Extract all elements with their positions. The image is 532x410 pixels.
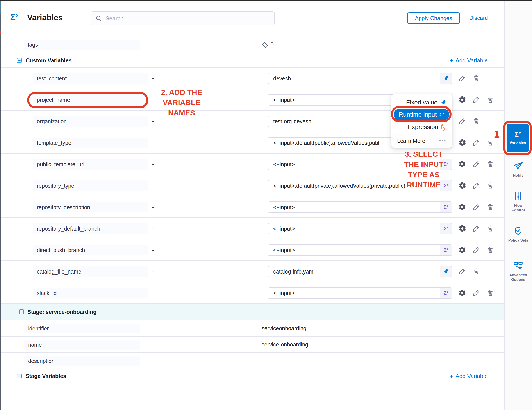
settings-icon[interactable] <box>458 203 466 211</box>
edit-icon[interactable] <box>458 117 466 125</box>
settings-icon[interactable] <box>458 139 466 146</box>
variable-name: direct_push_branch <box>33 245 148 255</box>
sidebar-item-policy-sets[interactable]: Policy Sets <box>504 226 532 243</box>
stage-variables-section-label: Stage Variables <box>26 373 66 379</box>
settings-icon[interactable] <box>458 225 466 232</box>
menu-item-fixed-value[interactable]: Fixed value <box>391 97 452 108</box>
value-type-toggle[interactable]: Σx <box>440 73 452 84</box>
custom-variables-section-label: Custom Variables <box>26 57 72 64</box>
search-input[interactable] <box>105 15 268 22</box>
sigma-x-icon: Σx <box>439 111 444 118</box>
sigma-x-icon: Σx <box>515 131 521 138</box>
variable-value-input[interactable]: <+input> <box>267 223 452 234</box>
variable-value-input[interactable]: <+input> <box>267 159 452 170</box>
search-icon <box>95 15 102 22</box>
value-type-toggle[interactable]: Σx <box>440 245 452 255</box>
stage-section-label: Stage: service-onboarding <box>28 309 96 315</box>
discard-button[interactable]: Discard <box>469 15 488 21</box>
value-type-toggle[interactable]: Σx <box>440 181 452 191</box>
plus-icon: + <box>450 373 454 380</box>
variable-value-input[interactable]: <+input> <box>267 245 452 256</box>
sigma-x-icon: Σx <box>444 204 448 210</box>
tags-label: tags <box>24 40 140 50</box>
add-variable-button[interactable]: + Add Variable <box>450 373 488 380</box>
variable-type: - <box>152 225 154 232</box>
settings-icon[interactable] <box>458 289 466 297</box>
variable-value-input[interactable]: devesh <box>267 73 452 84</box>
pin-icon <box>440 99 447 106</box>
delete-icon[interactable] <box>486 96 494 104</box>
variable-row: catalog_file_name - catalog-info.yaml Σx <box>1 261 504 282</box>
delete-icon[interactable] <box>486 289 494 297</box>
delete-icon[interactable] <box>486 160 494 168</box>
add-variable-button[interactable]: + Add Variable <box>450 57 488 64</box>
collapse-minus-icon[interactable] <box>19 310 24 314</box>
search-box[interactable] <box>91 11 275 25</box>
variable-value-input[interactable]: <+input> <box>267 287 452 299</box>
variable-type: - <box>152 118 154 125</box>
stage-property-label: name <box>24 340 140 350</box>
value-type-toggle[interactable]: Σx <box>440 159 452 170</box>
collapse-minus-icon[interactable] <box>17 374 22 378</box>
variable-value-input[interactable]: <+input> <box>267 201 452 213</box>
fx-icon: f(x) <box>441 124 447 130</box>
sidebar-item-advanced-options[interactable]: Advanced Options <box>504 261 532 282</box>
stage-property-label: identifier <box>24 324 140 333</box>
pin-icon <box>443 75 449 82</box>
settings-icon[interactable] <box>458 182 466 190</box>
variable-row: direct_push_branch - <+input> Σx <box>1 239 504 261</box>
edit-icon[interactable] <box>472 289 480 297</box>
sigma-x-icon: Σx <box>444 290 448 296</box>
page-title: Variables <box>27 13 63 22</box>
variable-value-input[interactable]: catalog-info.yaml <box>267 266 452 277</box>
delete-icon[interactable] <box>486 246 494 254</box>
variable-type: - <box>152 182 154 189</box>
menu-item-runtime-input[interactable]: Runtime input Σx <box>394 109 449 120</box>
value-type-toggle[interactable]: Σx <box>440 288 452 298</box>
menu-item-expression[interactable]: Expression f(x) <box>391 121 452 133</box>
delete-icon[interactable] <box>486 182 494 190</box>
edit-icon[interactable] <box>458 74 466 82</box>
value-type-toggle[interactable]: Σx <box>440 202 452 212</box>
variable-name: organization <box>33 116 148 127</box>
delete-icon[interactable] <box>486 203 494 211</box>
edit-icon[interactable] <box>472 139 480 146</box>
sigma-x-icon: Σx <box>444 226 448 232</box>
delete-icon[interactable] <box>472 117 480 125</box>
stage-property-value: serviceonboarding <box>262 325 306 332</box>
edit-icon[interactable] <box>472 182 480 190</box>
collapse-minus-icon[interactable] <box>17 58 22 63</box>
edit-icon[interactable] <box>472 96 480 104</box>
stage-property-row: name service-onboarding <box>1 337 504 353</box>
variable-value-input[interactable]: <+input>.default(private).allowedValues(… <box>267 180 452 191</box>
window-top-bar <box>0 0 532 1</box>
sidebar-item-flow-control[interactable]: Flow Control <box>504 191 532 212</box>
value-type-toggle[interactable]: Σx <box>440 266 452 277</box>
settings-icon[interactable] <box>458 160 466 168</box>
pipeline-gear-icon <box>513 261 523 271</box>
delete-icon[interactable] <box>486 225 494 232</box>
settings-icon[interactable] <box>458 246 466 254</box>
variable-name: repositoty_description <box>33 202 148 212</box>
settings-icon[interactable] <box>458 96 466 104</box>
stage-property-value: service-onboarding <box>262 341 308 348</box>
sidebar-item-notify[interactable]: Notify <box>504 161 532 178</box>
delete-icon[interactable] <box>486 139 494 146</box>
delete-icon[interactable] <box>472 74 480 82</box>
menu-item-learn-more[interactable]: Learn More ••• <box>391 134 452 148</box>
edit-icon[interactable] <box>458 267 466 275</box>
edit-icon[interactable] <box>472 225 480 232</box>
edit-icon[interactable] <box>472 246 480 254</box>
variable-type: - <box>152 161 154 168</box>
plus-icon: + <box>450 57 454 64</box>
value-type-toggle[interactable]: Σx <box>440 223 452 234</box>
edit-icon[interactable] <box>472 160 480 168</box>
variable-type: - <box>152 75 154 82</box>
variable-row: public_template_url - <+input> Σx <box>1 154 504 175</box>
sigma-x-icon: Σx <box>444 247 448 253</box>
collapsed-nav-edge <box>0 1 1 410</box>
sidebar-item-variables[interactable]: Σx Variables <box>507 124 529 152</box>
delete-icon[interactable] <box>472 267 480 275</box>
apply-changes-button[interactable]: Apply Changes <box>407 12 460 24</box>
edit-icon[interactable] <box>472 203 480 211</box>
